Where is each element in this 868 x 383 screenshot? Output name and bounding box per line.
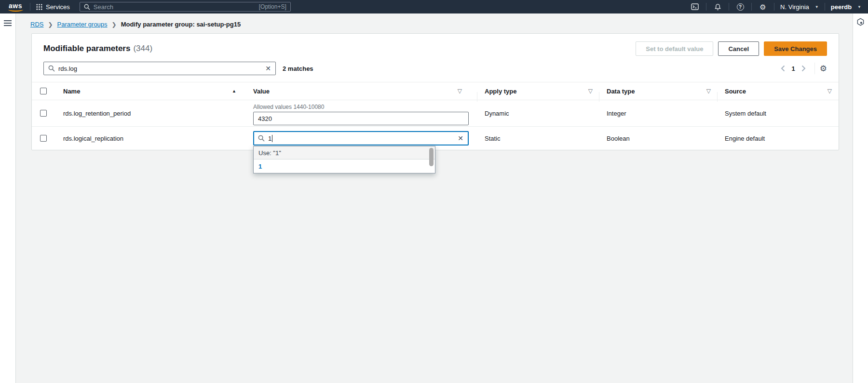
source-value: Engine default: [725, 135, 765, 142]
column-label-name: Name: [63, 88, 80, 95]
row-checkbox-cell: [32, 110, 55, 117]
region-label: N. Virginia: [780, 3, 809, 11]
combobox-typed-text: 1: [268, 135, 271, 142]
column-header-apply-type: Apply type ▽: [477, 88, 599, 95]
column-label-value: Value: [253, 88, 270, 95]
question-mark-glyph: ?: [737, 3, 744, 11]
source-cell: System default: [718, 110, 839, 117]
clear-value-icon[interactable]: ✕: [458, 135, 463, 142]
retention-period-value-input[interactable]: [253, 112, 469, 125]
dropdown-scrollbar[interactable]: [429, 148, 434, 166]
search-shortcut-hint: [Option+S]: [259, 3, 286, 10]
settings-gear-icon[interactable]: ⚙: [758, 1, 768, 12]
clear-filter-icon[interactable]: ✕: [265, 65, 271, 72]
data-type-cell: Boolean: [599, 135, 718, 142]
main-content: RDS ❯ Parameter groups ❯ Modify paramete…: [16, 13, 852, 383]
page: aws Services Search [Option+S]: [0, 0, 868, 383]
help-icon[interactable]: ?: [735, 1, 746, 12]
parameter-filter-input[interactable]: [58, 65, 261, 72]
use-typed-value-option[interactable]: Use: "1": [254, 146, 435, 159]
cancel-button[interactable]: Cancel: [718, 41, 759, 56]
breadcrumb-separator-icon: ❯: [48, 21, 53, 28]
next-page-button[interactable]: [798, 63, 810, 74]
current-page-number[interactable]: 1: [792, 65, 795, 72]
filter-column-icon[interactable]: ▽: [706, 88, 711, 94]
select-all-checkbox[interactable]: [40, 88, 47, 94]
sort-ascending-icon[interactable]: ▲: [232, 89, 236, 93]
filter-column-icon[interactable]: ▽: [588, 88, 593, 94]
menu-hamburger-icon[interactable]: [4, 20, 13, 26]
search-icon: [258, 135, 265, 142]
chevron-down-icon: ▼: [815, 5, 819, 9]
column-header-value: Value ▽: [246, 88, 477, 95]
parameter-value-cell: Allowed values 1440-10080: [246, 101, 477, 125]
tools-panel-collapsed: [853, 13, 868, 383]
parameter-value-cell: 1 ✕ Use: "1" 1: [246, 131, 477, 145]
global-search-placeholder: Search: [94, 3, 113, 11]
table-toolbar: ✕ 2 matches 1 ⚙: [32, 61, 839, 82]
suggested-option-1[interactable]: 1: [254, 159, 435, 173]
search-icon: [48, 65, 55, 72]
side-navigation-collapsed: [0, 13, 16, 383]
parameter-name: rds.logical_replication: [63, 135, 123, 142]
gear-glyph: ⚙: [760, 3, 766, 11]
region-selector[interactable]: N. Virginia ▼: [780, 3, 819, 11]
pagination: 1 ⚙: [777, 63, 827, 74]
parameter-name: rds.log_retention_period: [63, 110, 131, 117]
column-label-apply-type: Apply type: [485, 88, 516, 95]
data-type-value: Integer: [607, 110, 626, 117]
filter-column-icon[interactable]: ▽: [458, 88, 462, 94]
divider: [729, 3, 729, 11]
matches-count: 2 matches: [283, 65, 313, 72]
global-search-input[interactable]: Search [Option+S]: [80, 2, 291, 12]
table-preferences-gear-icon[interactable]: ⚙: [820, 65, 827, 73]
table-row-rds-log-retention-period: rds.log_retention_period Allowed values …: [32, 100, 839, 127]
row-checkbox[interactable]: [40, 110, 47, 117]
aws-logo[interactable]: aws: [7, 2, 24, 12]
data-type-value: Boolean: [607, 135, 630, 142]
source-value: System default: [725, 110, 766, 117]
parameter-name-cell: rds.log_retention_period: [55, 110, 246, 117]
column-label-source: Source: [725, 88, 746, 95]
cloudshell-icon[interactable]: [690, 1, 700, 12]
services-label: Services: [46, 3, 70, 11]
notifications-bell-icon[interactable]: [712, 1, 723, 12]
text-cursor: [272, 135, 272, 142]
panel-actions: Set to default value Cancel Save Changes: [636, 41, 827, 56]
header-checkbox-cell: [32, 88, 55, 94]
tools-panel-icon[interactable]: [856, 18, 865, 383]
save-changes-button[interactable]: Save Changes: [764, 41, 827, 56]
row-checkbox-cell: [32, 135, 55, 142]
divider: [30, 3, 30, 11]
suggested-option-label: 1: [258, 163, 262, 170]
autocomplete-dropdown: Use: "1" 1: [253, 146, 435, 173]
page-title: Modifiable parameters: [43, 44, 130, 53]
breadcrumb-current-page: Modify parameter group: sai-setup-pg15: [121, 21, 241, 28]
topbar-utilities: ? ⚙ N. Virginia ▼ peerdb ▼: [690, 1, 861, 12]
services-menu[interactable]: Services: [36, 3, 70, 11]
previous-page-button[interactable]: [777, 63, 789, 74]
column-label-data-type: Data type: [607, 88, 635, 95]
logical-replication-value-input[interactable]: 1 ✕: [253, 131, 469, 145]
account-label: peerdb: [831, 3, 852, 11]
column-header-data-type: Data type ▽: [599, 88, 718, 95]
divider: [751, 3, 752, 11]
divider: [774, 3, 774, 11]
column-header-name[interactable]: Name ▲: [55, 88, 246, 95]
apply-type-cell: Dynamic: [477, 110, 599, 117]
table-row-rds-logical-replication: rds.logical_replication 1 ✕: [32, 127, 839, 150]
filter-column-icon[interactable]: ▽: [827, 88, 832, 94]
set-to-default-button[interactable]: Set to default value: [636, 41, 713, 56]
panel-header: Modifiable parameters (344) Set to defau…: [32, 34, 839, 61]
allowed-values-hint: Allowed values 1440-10080: [253, 104, 469, 110]
account-menu[interactable]: peerdb ▼: [831, 3, 861, 11]
column-header-source: Source ▽: [718, 88, 839, 95]
divider: [814, 63, 815, 74]
aws-top-navigation: aws Services Search [Option+S]: [0, 0, 868, 13]
row-checkbox[interactable]: [40, 135, 47, 142]
breadcrumb-rds-link[interactable]: RDS: [30, 21, 43, 28]
chevron-down-icon: ▼: [857, 5, 861, 9]
breadcrumb-parameter-groups-link[interactable]: Parameter groups: [57, 21, 108, 28]
parameter-filter-box: ✕: [43, 62, 276, 75]
value-combobox: 1 ✕ Use: "1" 1: [253, 131, 469, 145]
